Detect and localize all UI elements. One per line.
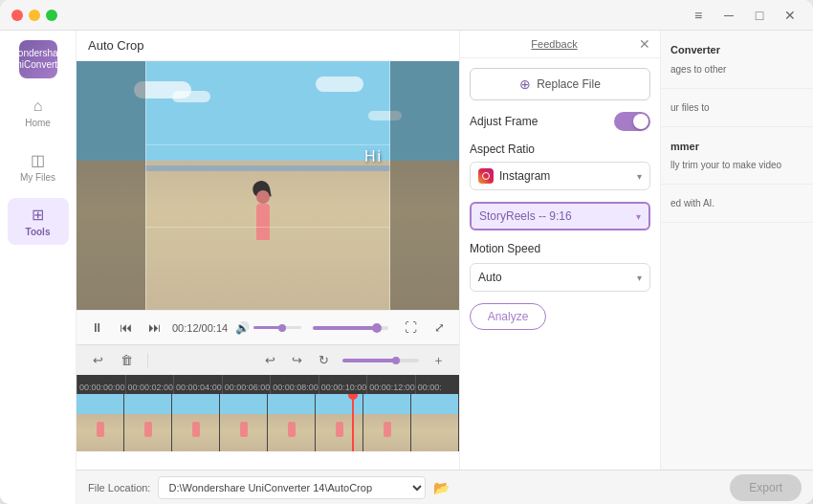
ruler-mark-1: 00:00:02:00 — [125, 375, 174, 394]
maximize-button[interactable]: □ — [748, 4, 771, 27]
motion-speed-label: Motion Speed — [470, 242, 650, 255]
thumb-figure-2 — [192, 422, 200, 437]
aspect-ratio-chevron: ▾ — [637, 171, 642, 182]
zoom-fill — [342, 359, 396, 362]
timeline-thumb-2 — [172, 394, 220, 451]
menu-button[interactable]: ≡ — [687, 4, 710, 27]
progress-fill — [313, 326, 377, 330]
panel-feedback-bar: Feedback ✕ — [460, 31, 660, 58]
sub-ratio-chevron: ▾ — [636, 211, 641, 222]
ruler-mark-0: 00:00:00:00 — [77, 375, 125, 394]
title-bar-buttons: ≡ ─ □ ✕ — [687, 4, 802, 27]
promo-desc-1: ur files to — [670, 102, 710, 113]
timeline-thumb-3 — [220, 394, 268, 451]
sub-ratio-value: StoryReels -- 9:16 — [479, 209, 572, 223]
replace-file-button[interactable]: ⊕ Replace File — [470, 68, 650, 100]
adjust-frame-toggle[interactable] — [614, 112, 650, 131]
ruler-mark-5: 00:00:10:00 — [319, 375, 367, 394]
video-overlay-left — [77, 61, 145, 310]
zoom-slider[interactable] — [342, 359, 419, 362]
video-preview: Hi — [77, 61, 459, 310]
volume-thumb — [278, 324, 286, 332]
redo-button[interactable]: ↪ — [285, 349, 308, 372]
sidebar-files-label: My Files — [20, 172, 55, 183]
thumb-figure-5 — [336, 422, 343, 437]
maximize-window-button[interactable] — [46, 10, 57, 21]
toolbar-separator — [147, 353, 148, 368]
ruler-mark-2: 00:00:04:00 — [173, 375, 222, 394]
title-bar-left — [11, 10, 57, 21]
sidebar-item-tools[interactable]: ⊞ Tools — [8, 198, 69, 245]
editor-area: Auto Crop — [77, 31, 813, 470]
promo-title-2: mmer — [670, 139, 803, 155]
instagram-icon — [478, 168, 494, 184]
minimize-button[interactable]: ─ — [717, 4, 740, 27]
instagram-icon-inner — [482, 172, 490, 180]
promo-item-0: Converter ages to other — [661, 31, 813, 89]
file-location-label: File Location: — [88, 482, 150, 493]
video-overlay-right — [390, 61, 459, 310]
promo-item-1: ur files to — [661, 89, 813, 127]
undo-button[interactable]: ↩ — [258, 349, 281, 372]
timeline-thumb-5 — [316, 394, 363, 451]
time-display: 00:12/00:14 — [172, 322, 228, 334]
timeline-thumb-0 — [77, 394, 124, 451]
folder-button[interactable]: 📂 — [433, 480, 450, 495]
adjust-frame-row: Adjust Frame — [470, 112, 650, 131]
replace-file-label: Replace File — [537, 77, 601, 91]
sidebar-item-home[interactable]: ⌂ Home — [8, 90, 69, 136]
toggle-knob — [633, 114, 648, 129]
timeline-right-controls: ↩ ↪ ↻ ＋ — [258, 349, 450, 372]
redo2-button[interactable]: ↻ — [312, 349, 335, 372]
feedback-link[interactable]: Feedback — [531, 38, 577, 50]
sidebar: Wondershare UniConverter ⌂ Home ◫ My Fil… — [0, 31, 77, 504]
file-path-select[interactable]: D:\Wondershare UniConverter 14\AutoCrop — [158, 476, 426, 499]
bottom-bar: File Location: D:\Wondershare UniConvert… — [77, 470, 813, 504]
content-area: Auto Crop — [77, 31, 813, 504]
thumb-figure-3 — [240, 422, 248, 437]
close-window-button[interactable] — [11, 10, 23, 21]
add-timeline-button[interactable]: ＋ — [427, 349, 450, 372]
thumb-figure-0 — [97, 422, 104, 437]
close-button[interactable]: ✕ — [779, 4, 802, 27]
undo-toolbar-button[interactable]: ↩ — [86, 349, 109, 372]
promo-panel: Converter ages to other ur files to mmer… — [660, 31, 813, 470]
promo-item-2: mmer lly trim your to make video — [661, 127, 813, 186]
autocrop-settings-panel: Feedback ✕ ⊕ Replace File Adjust Frame — [459, 31, 660, 470]
promo-title-0: Converter — [670, 42, 803, 58]
window-controls — [11, 10, 57, 21]
sidebar-item-my-files[interactable]: ◫ My Files — [8, 143, 69, 190]
aspect-ratio-dropdown[interactable]: Instagram ▾ — [470, 162, 650, 190]
sidebar-tools-label: Tools — [26, 227, 51, 237]
ruler-mark-6: 00:00:12:00 — [366, 375, 415, 394]
timeline-toolbar: ↩ 🗑 ↩ ↪ ↻ ＋ — [77, 344, 459, 375]
title-bar: ≡ ─ □ ✕ — [0, 0, 813, 31]
app-logo: Wondershare UniConverter — [19, 40, 57, 78]
export-button[interactable]: Export — [730, 474, 802, 501]
promo-desc-0: ages to other — [670, 64, 726, 75]
pause-button[interactable]: ⏸ — [86, 318, 107, 339]
tools-icon: ⊞ — [32, 206, 44, 224]
progress-bar[interactable] — [313, 326, 388, 330]
fullscreen-button[interactable]: ⤢ — [428, 318, 450, 339]
skip-back-button[interactable]: ⏮ — [115, 318, 136, 339]
ruler-mark-3: 00:00:06:00 — [222, 375, 271, 394]
progress-thumb — [372, 323, 382, 333]
minimize-window-button[interactable] — [29, 10, 40, 21]
fit-screen-button[interactable]: ⛶ — [400, 318, 421, 339]
panel-close-button[interactable]: ✕ — [639, 36, 650, 52]
ruler-mark-4: 00:00:08:00 — [270, 375, 319, 394]
timeline-track[interactable] — [77, 394, 459, 451]
timeline-thumb-6 — [363, 394, 411, 451]
volume-bar[interactable] — [253, 326, 301, 329]
motion-speed-dropdown[interactable]: Auto ▾ — [470, 263, 650, 292]
sub-ratio-dropdown[interactable]: StoryReels -- 9:16 ▾ — [470, 202, 650, 230]
analyze-button[interactable]: Analyze — [470, 303, 546, 330]
thumb-figure-1 — [144, 422, 152, 437]
delete-button[interactable]: 🗑 — [115, 349, 138, 372]
sidebar-home-label: Home — [25, 118, 51, 128]
timeline-playhead — [352, 394, 354, 451]
skip-forward-button[interactable]: ⏭ — [143, 318, 165, 339]
timeline-thumb-4 — [268, 394, 316, 451]
thumb-figure-6 — [384, 422, 391, 437]
